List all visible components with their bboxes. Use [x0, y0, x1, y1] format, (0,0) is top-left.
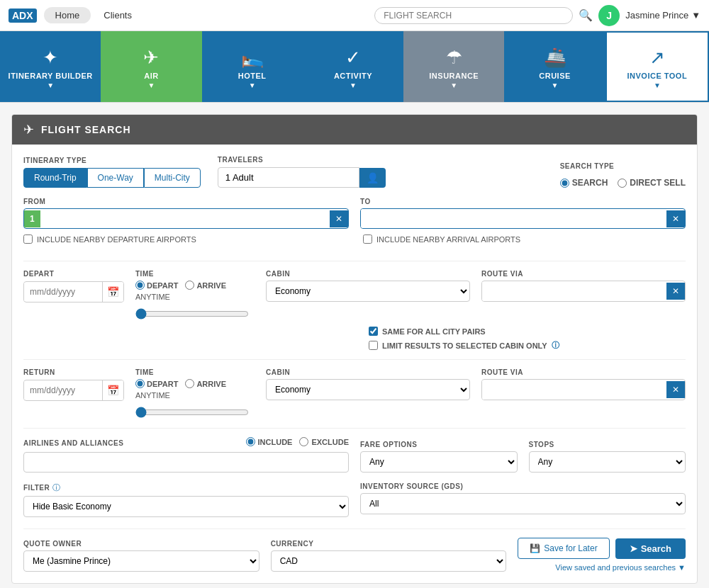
return-cabin-select[interactable]: Economy Premium Economy Business First: [266, 379, 470, 400]
filter-select[interactable]: Hide Basic Economy Show All Basic Econom…: [23, 496, 349, 517]
from-clear-button[interactable]: ✕: [330, 210, 348, 227]
search-icon[interactable]: 🔍: [579, 9, 593, 22]
filter-group: FILTER ⓘ Hide Basic Economy Show All Bas…: [23, 482, 349, 517]
save-icon: 💾: [530, 543, 540, 553]
tile-hotel[interactable]: 🛌 HOTEL ▼: [202, 31, 303, 102]
tile-itinerary-builder[interactable]: ✦ ITINERARY BUILDER ▼: [0, 31, 101, 102]
top-search-input[interactable]: [374, 7, 573, 24]
depart-time-depart-radio[interactable]: [135, 281, 145, 290]
multi-city-button[interactable]: Multi-City: [144, 168, 201, 188]
limit-cabin-row: LIMIT RESULTS TO SELECTED CABIN ONLY ⓘ: [369, 340, 686, 351]
to-nearby-checkbox[interactable]: [363, 234, 372, 244]
top-search-area: 🔍 J Jasmine Prince ▼: [145, 5, 700, 26]
top-navigation: ADX Home Clients 🔍 J Jasmine Prince ▼: [0, 0, 709, 31]
invoice-label: INVOICE TOOL: [627, 72, 688, 80]
route-via-clear-button[interactable]: ✕: [666, 283, 685, 300]
same-city-checkbox[interactable]: [369, 327, 378, 336]
return-route-via-input[interactable]: [482, 380, 666, 400]
return-time-depart-radio[interactable]: [135, 379, 145, 388]
return-date-input[interactable]: [24, 381, 102, 400]
one-way-button[interactable]: One-Way: [87, 168, 144, 188]
return-time-arrive-label[interactable]: ARRIVE: [185, 379, 226, 388]
filter-info-icon[interactable]: ⓘ: [52, 482, 60, 493]
tile-air[interactable]: ✈ AIR ▼: [101, 31, 201, 102]
same-city-row: SAME FOR ALL CITY PAIRS: [369, 327, 686, 336]
itinerary-type-buttons: Round-Trip One-Way Multi-City: [23, 168, 201, 188]
search-radio[interactable]: [560, 179, 569, 188]
depart-calendar-icon[interactable]: 📅: [102, 282, 123, 302]
inventory-label: INVENTORY SOURCE (GDS): [360, 482, 686, 490]
depart-time-depart-label[interactable]: DEPART: [135, 281, 178, 290]
inventory-select[interactable]: All Sabre Amadeus Travelport: [360, 493, 686, 514]
nav-clients[interactable]: Clients: [98, 7, 138, 23]
stops-select[interactable]: Any Non-stop 1 Stop 2+ Stops: [529, 451, 686, 473]
airlines-input[interactable]: [23, 452, 349, 473]
return-route-via-label: ROUTE VIA: [481, 368, 686, 376]
fare-options-select[interactable]: Any Refundable Non-Refundable: [360, 451, 518, 473]
air-icon: ✈: [143, 47, 159, 69]
depart-time-slider[interactable]: [135, 308, 249, 320]
flight-search-panel: ✈ FLIGHT SEARCH ITINERARY TYPE Round-Tri…: [11, 114, 698, 584]
depart-cabin-select[interactable]: Economy Premium Economy Business First: [266, 281, 470, 302]
activity-arrow: ▼: [350, 81, 357, 89]
from-input[interactable]: [40, 209, 330, 228]
search-radio-label[interactable]: SEARCH: [560, 178, 608, 188]
return-time-anytime: ANYTIME: [135, 391, 249, 400]
return-time-slider[interactable]: [135, 407, 249, 418]
depart-time-arrive-label[interactable]: ARRIVE: [185, 281, 226, 290]
depart-time-arrive-radio[interactable]: [185, 281, 194, 290]
search-button[interactable]: ➤ Search: [615, 538, 686, 559]
currency-group: CURRENCY CAD USD EUR GBP: [271, 540, 507, 572]
return-time-arrive-radio[interactable]: [185, 379, 194, 388]
include-radio[interactable]: [246, 437, 255, 446]
from-nearby-checkbox[interactable]: [23, 234, 33, 244]
tile-cruise[interactable]: 🚢 CRUISE ▼: [504, 31, 605, 102]
air-label: AIR: [144, 72, 158, 80]
quote-owner-select[interactable]: Me (Jasmine Prince): [23, 550, 259, 572]
return-time-depart-label[interactable]: DEPART: [135, 379, 178, 388]
return-label: RETURN: [23, 368, 124, 376]
exclude-radio-label[interactable]: EXCLUDE: [299, 437, 349, 446]
nav-home[interactable]: Home: [44, 7, 91, 23]
limit-cabin-checkbox[interactable]: [369, 341, 378, 350]
stops-group: STOPS Any Non-stop 1 Stop 2+ Stops: [529, 441, 686, 473]
route-via-input[interactable]: [482, 282, 666, 301]
tile-invoice-tool[interactable]: ↗ INVOICE TOOL ▼: [605, 31, 709, 102]
travelers-input[interactable]: [218, 167, 359, 188]
travelers-icon-button[interactable]: 👤: [359, 168, 386, 188]
tile-insurance[interactable]: ☂ INSURANCE ▼: [403, 31, 504, 102]
tile-activity[interactable]: ✓ ACTIVITY ▼: [303, 31, 403, 102]
view-saved-link[interactable]: View saved and previous searches ▼: [555, 563, 686, 572]
route-via-label: ROUTE VIA: [481, 270, 686, 278]
limit-cabin-label: LIMIT RESULTS TO SELECTED CABIN ONLY: [382, 341, 547, 350]
currency-label: CURRENCY: [271, 540, 507, 548]
to-label: TO: [360, 198, 686, 205]
direct-sell-radio[interactable]: [618, 179, 627, 188]
travelers-wrap: 👤: [218, 167, 543, 188]
return-calendar-icon[interactable]: 📅: [102, 380, 123, 400]
depart-group: DEPART 📅: [23, 270, 124, 303]
from-badge: 1: [24, 210, 40, 227]
to-nearby-wrap: INCLUDE NEARBY ARRIVAL AIRPORTS: [363, 234, 686, 244]
user-name[interactable]: Jasmine Prince ▼: [625, 10, 700, 21]
filter-inv-row: FILTER ⓘ Hide Basic Economy Show All Bas…: [23, 482, 686, 517]
from-nearby-wrap: INCLUDE NEARBY DEPARTURE AIRPORTS: [23, 234, 346, 244]
search-type-radios: SEARCH DIRECT SELL: [560, 178, 686, 188]
depart-cabin-label: CABIN: [266, 270, 470, 278]
direct-sell-radio-label[interactable]: DIRECT SELL: [618, 178, 686, 188]
round-trip-button[interactable]: Round-Trip: [23, 168, 87, 188]
return-route-via-clear-button[interactable]: ✕: [666, 381, 685, 398]
to-group: TO ✕: [360, 198, 686, 229]
limit-cabin-info-icon[interactable]: ⓘ: [552, 340, 559, 351]
itinerary-type-group: ITINERARY TYPE Round-Trip One-Way Multi-…: [23, 157, 201, 188]
hotel-label: HOTEL: [238, 72, 267, 80]
route-via-group: ROUTE VIA ✕: [481, 270, 686, 302]
save-for-later-button[interactable]: 💾 Save for Later: [518, 538, 609, 559]
currency-select[interactable]: CAD USD EUR GBP: [271, 550, 507, 572]
depart-date-input[interactable]: [24, 283, 102, 301]
exclude-radio[interactable]: [299, 437, 308, 446]
to-input[interactable]: [361, 209, 666, 228]
to-clear-button[interactable]: ✕: [666, 210, 685, 227]
return-date-wrap: 📅: [23, 380, 124, 401]
include-radio-label[interactable]: INCLUDE: [246, 437, 293, 446]
